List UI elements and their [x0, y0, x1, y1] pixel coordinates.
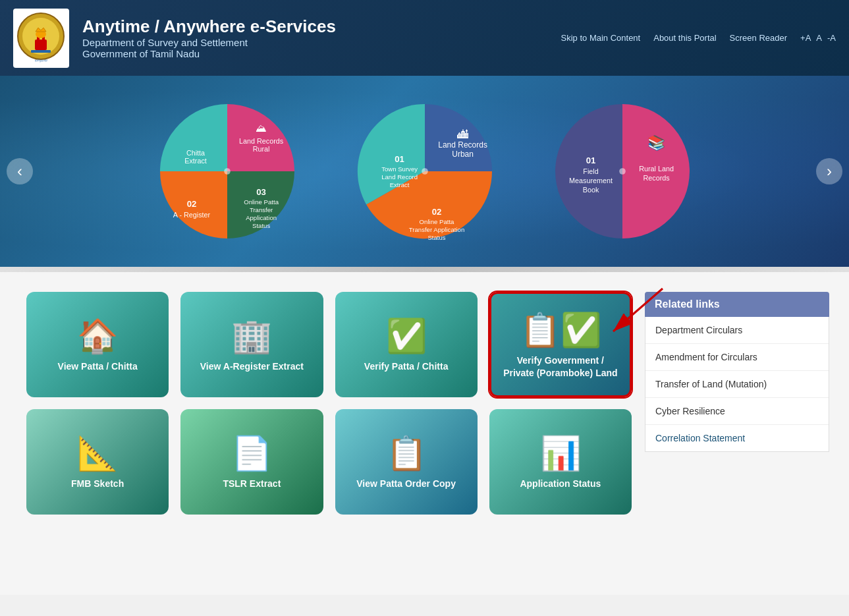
svg-text:Application: Application	[246, 214, 277, 221]
svg-text:Measurement: Measurement	[568, 177, 612, 184]
svg-text:Land Record: Land Record	[381, 173, 418, 181]
pie-chart-2: 01 Town Survey Land Record Extract Land …	[346, 92, 504, 250]
view-patta-order-card[interactable]: 📋 View Patta Order Copy	[335, 409, 478, 515]
verify-patta-chitta-card[interactable]: ✅ Verify Patta / Chitta	[335, 292, 478, 397]
about-portal-link[interactable]: About this Portal	[653, 33, 716, 43]
view-patta-chitta-label: View Patta / Chitta	[58, 360, 138, 372]
related-links-list: Department Circulars Amendment for Circu…	[645, 317, 829, 452]
svg-text:Status: Status	[427, 234, 445, 241]
related-links-sidebar: Related links Department Circulars Amend…	[645, 292, 829, 575]
carousel-prev-button[interactable]: ‹	[7, 158, 33, 184]
header-title: Anytime / Anywhere e-Services Department…	[82, 16, 336, 59]
svg-text:Town Survey: Town Survey	[381, 165, 418, 173]
skip-main-content-link[interactable]: Skip to Main Content	[561, 33, 641, 43]
tamil-nadu-logo: தமிழ்நாடு	[16, 12, 66, 65]
svg-text:02: 02	[431, 207, 441, 217]
screen-reader-link[interactable]: Screen Reader	[730, 33, 787, 43]
svg-text:01: 01	[586, 155, 595, 165]
view-a-register-card[interactable]: 🏢 View A-Register Extract	[180, 292, 323, 397]
svg-text:Online Patta: Online Patta	[244, 198, 279, 206]
services-section: 🏠 View Patta / Chitta 🏢 View A-Register …	[26, 292, 632, 575]
font-normal-btn[interactable]: A	[816, 33, 822, 43]
svg-text:Land Records: Land Records	[438, 140, 487, 150]
patta-order-icon: 📋	[386, 437, 427, 470]
font-controls: +A A -A	[800, 33, 836, 43]
verify-patta-chitta-label: Verify Patta / Chitta	[364, 360, 449, 372]
banner-carousel: ‹ Chitta Extract Land Records Rura	[0, 76, 849, 267]
verify-govt-land-card[interactable]: 📋✅ Verify Government / Private (Porambok…	[489, 292, 632, 397]
view-patta-chitta-card[interactable]: 🏠 View Patta / Chitta	[26, 292, 169, 397]
site-title: Anytime / Anywhere e-Services	[82, 16, 336, 37]
svg-rect-2	[35, 40, 47, 50]
house-icon: 🏠	[77, 320, 118, 352]
svg-text:🏙: 🏙	[457, 128, 468, 141]
svg-text:தமிழ்நாடு: தமிழ்நாடு	[35, 58, 47, 63]
svg-text:📚: 📚	[647, 134, 665, 152]
svg-text:⛰: ⛰	[256, 122, 267, 134]
dept-circulars-link[interactable]: Department Circulars	[645, 317, 829, 344]
header-nav: Skip to Main Content About this Portal S…	[561, 33, 836, 43]
view-a-register-label: View A-Register Extract	[200, 360, 304, 372]
pie-charts-container: Chitta Extract Land Records Rural ⛰ 02 A…	[148, 92, 701, 250]
pie-chart-1: Chitta Extract Land Records Rural ⛰ 02 A…	[148, 92, 306, 250]
banner-stripe	[0, 267, 849, 272]
govt-name: Government of Tamil Nadu	[82, 48, 336, 59]
correlation-statement-link[interactable]: Correlation Statement	[645, 425, 829, 451]
svg-text:Extract: Extract	[184, 157, 207, 165]
svg-rect-7	[31, 50, 51, 53]
transfer-land-link[interactable]: Transfer of Land (Mutation)	[645, 371, 829, 398]
svg-text:Extract: Extract	[389, 181, 409, 188]
dept-name: Department of Survey and Settlement	[82, 37, 336, 48]
carousel-next-button[interactable]: ›	[816, 158, 842, 184]
svg-text:01: 01	[395, 154, 404, 164]
checkmark-icon: ✅	[386, 320, 427, 352]
application-status-card[interactable]: 📊 Application Status	[489, 409, 632, 515]
svg-text:A - Register: A - Register	[173, 211, 210, 219]
document-icon: 📄	[231, 437, 272, 470]
svg-point-33	[422, 168, 428, 175]
svg-text:Urban: Urban	[452, 150, 474, 159]
font-decrease-btn[interactable]: -A	[827, 33, 836, 43]
font-increase-btn[interactable]: +A	[800, 33, 811, 43]
tslr-extract-label: TSLR Extract	[223, 478, 281, 490]
top-services-row: 🏠 View Patta / Chitta 🏢 View A-Register …	[26, 292, 632, 397]
svg-text:Land Records: Land Records	[238, 137, 283, 145]
pie-chart-3: 01 Field Measurement Book 📚 Rural Land R…	[543, 92, 701, 250]
svg-point-41	[619, 168, 626, 175]
cyber-resilience-link[interactable]: Cyber Resilience	[645, 398, 829, 425]
svg-text:Records: Records	[643, 174, 670, 182]
header: தமிழ்நாடு Anytime / Anywhere e-Services …	[0, 0, 849, 76]
tslr-extract-card[interactable]: 📄 TSLR Extract	[180, 409, 323, 515]
svg-text:02: 02	[186, 199, 196, 209]
svg-text:Book: Book	[582, 186, 599, 194]
svg-text:Transfer: Transfer	[249, 206, 273, 213]
govt-land-icon: 📋✅	[520, 314, 601, 347]
amendment-circulars-link[interactable]: Amendment for Circulars	[645, 344, 829, 371]
fmb-sketch-label: FMB Sketch	[71, 478, 124, 490]
view-patta-order-label: View Patta Order Copy	[356, 478, 456, 490]
verify-govt-land-label: Verify Government / Private (Poramboke) …	[501, 354, 620, 378]
building-icon: 🏢	[231, 320, 272, 352]
svg-text:Rural: Rural	[252, 145, 269, 153]
application-status-label: Application Status	[520, 478, 601, 490]
svg-text:Online Patta: Online Patta	[419, 218, 454, 225]
fmb-sketch-card[interactable]: 📐 FMB Sketch	[26, 409, 169, 515]
bottom-services-row: 📐 FMB Sketch 📄 TSLR Extract 📋 View Patta…	[26, 409, 632, 515]
logo-box: தமிழ்நாடு	[13, 9, 69, 68]
svg-text:Chitta: Chitta	[186, 149, 204, 157]
svg-text:Field: Field	[583, 167, 598, 175]
related-links-title: Related links	[645, 292, 829, 317]
sketch-icon: 📐	[77, 437, 118, 470]
status-icon: 📊	[540, 437, 581, 470]
svg-text:Status: Status	[252, 222, 269, 229]
svg-text:03: 03	[256, 187, 266, 197]
svg-text:Transfer Application: Transfer Application	[408, 226, 464, 233]
svg-text:Rural Land: Rural Land	[639, 165, 674, 173]
svg-point-21	[224, 168, 231, 175]
